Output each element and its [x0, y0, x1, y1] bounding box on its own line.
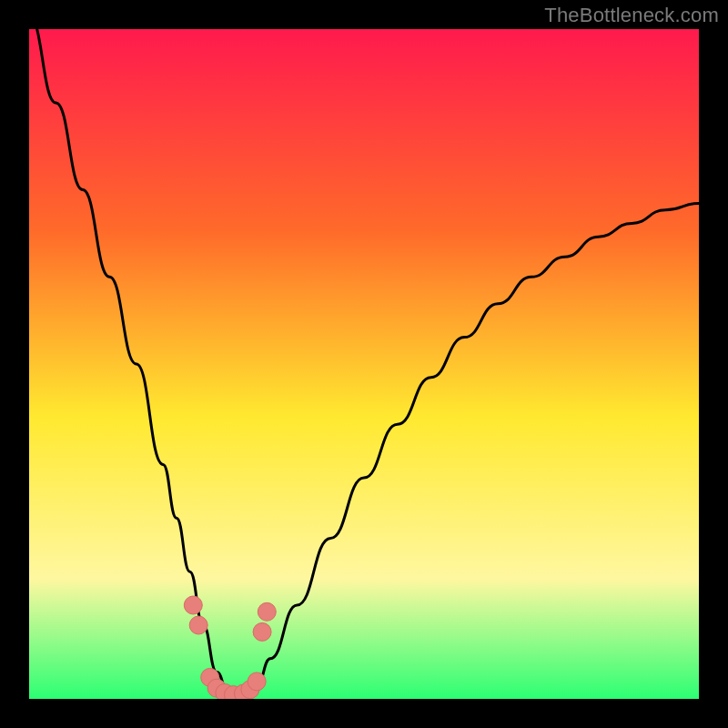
data-marker — [189, 616, 207, 634]
chart-frame: TheBottleneck.com — [0, 0, 728, 728]
watermark-text: TheBottleneck.com — [544, 4, 719, 27]
bottleneck-chart — [29, 29, 699, 699]
gradient-background — [29, 29, 699, 699]
data-marker — [248, 672, 266, 691]
data-marker — [184, 596, 202, 614]
data-marker — [258, 602, 276, 621]
plot-area — [29, 29, 699, 699]
data-marker — [253, 622, 271, 641]
